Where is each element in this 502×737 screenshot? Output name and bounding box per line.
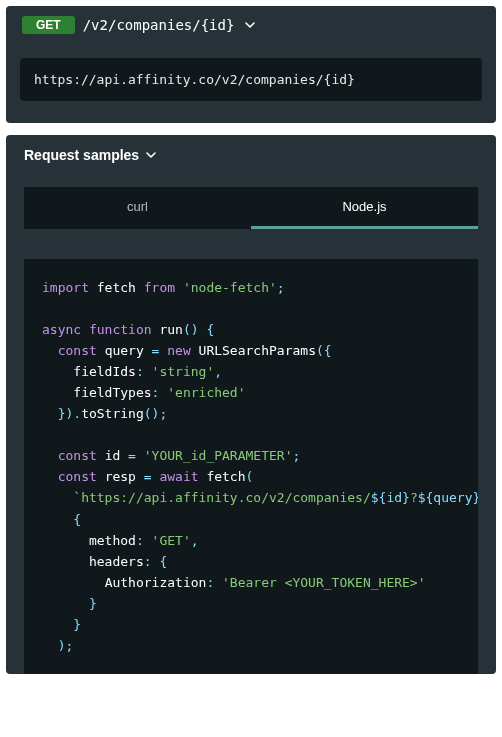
endpoint-path: /v2/companies/{id}: [83, 17, 235, 33]
endpoint-header[interactable]: GET /v2/companies/{id}: [6, 6, 496, 44]
endpoint-panel: GET /v2/companies/{id} https://api.affin…: [6, 6, 496, 123]
method-badge: GET: [22, 16, 75, 34]
chevron-down-icon: [244, 19, 256, 31]
tab-nodejs[interactable]: Node.js: [251, 187, 478, 229]
request-samples-header[interactable]: Request samples: [6, 135, 496, 175]
code-sample-tabs: curl Node.js: [24, 187, 478, 229]
request-samples-title: Request samples: [24, 147, 139, 163]
chevron-down-icon: [145, 149, 157, 161]
tab-curl[interactable]: curl: [24, 187, 251, 229]
endpoint-url-box[interactable]: https://api.affinity.co/v2/companies/{id…: [20, 58, 482, 101]
request-samples-panel: Request samples curl Node.js import fetc…: [6, 135, 496, 674]
code-sample-nodejs[interactable]: import fetch from 'node-fetch'; async fu…: [24, 259, 478, 674]
